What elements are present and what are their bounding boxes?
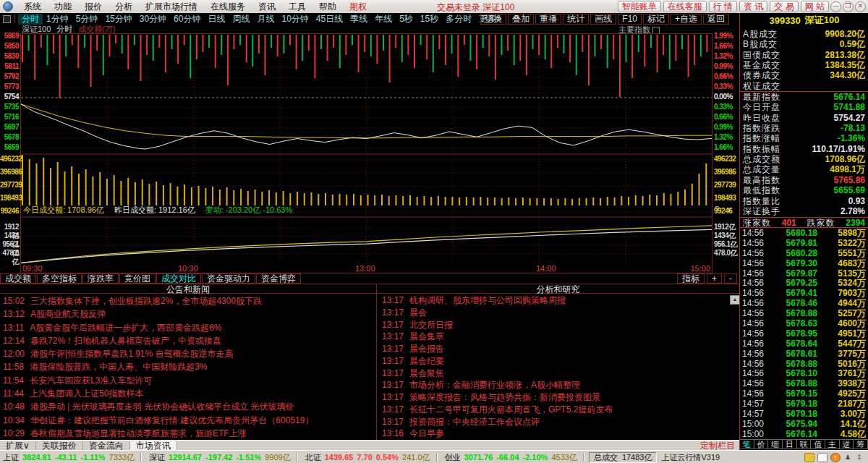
indicator-button[interactable]: 指标 [677, 273, 705, 284]
news-item[interactable]: 13:17长征十二号甲可复用火箭本周首飞，GPT5.2提前发布 [382, 404, 732, 416]
menu-item[interactable]: 工具 [282, 1, 312, 12]
indicator-tab[interactable]: 成交对比 [156, 273, 201, 284]
login-status[interactable]: 交易未登录 深证100 [437, 1, 514, 14]
period-tab[interactable]: 季线 [346, 14, 371, 25]
scroll-up-icon[interactable]: ▲ [730, 295, 740, 305]
news-item[interactable]: 13:17市场分析：金融消费行业领涨，A股小幅整理 [382, 379, 732, 391]
chart-tool-button[interactable]: 切换 [480, 14, 506, 25]
chart-tool-button[interactable]: +自选 [671, 14, 702, 25]
menu-quick-button[interactable]: 在线客服 [663, 1, 707, 12]
news-item[interactable]: 10:29春秋假期及雪场游显著拉动淡季航旅需求，旅游ETF上涨 [3, 427, 375, 440]
menu-item[interactable]: 分析 [109, 1, 139, 12]
period-tab[interactable]: 45日线 [312, 14, 346, 25]
period-tab[interactable]: 5秒 [396, 14, 417, 25]
period-tab[interactable]: 15分钟 [101, 14, 135, 25]
quote-tab[interactable]: 细 [768, 439, 783, 449]
layout-icon[interactable] [3, 15, 11, 23]
menu-item[interactable]: 报价 [78, 1, 109, 12]
chart-tool-button[interactable]: F10 [618, 14, 642, 25]
chart-tool-button[interactable]: 画线 [590, 14, 616, 25]
panel-icon[interactable] [817, 453, 827, 462]
news-item[interactable]: 11:44上汽集团调入上证50指数样本 [3, 387, 375, 400]
chart-tool-button[interactable]: 叠加 [508, 14, 534, 25]
news-item[interactable]: 10:48港股异动 | 光伏玻璃再度走弱 光伏协会确认收储平台成立 光伏玻璃价 [3, 400, 375, 413]
zoom-out-button[interactable]: - [724, 273, 737, 284]
menu-item-options[interactable]: 期权 [343, 1, 373, 13]
index-quote[interactable]: 创业 3071.76 -66.04 -2.10% 4533亿 [442, 452, 589, 463]
period-tab[interactable]: 1分钟 [43, 14, 72, 25]
news-item[interactable]: 13:17北交所日报 [382, 319, 732, 331]
indicator-tab[interactable]: 涨跌率 [82, 273, 119, 284]
period-tab[interactable]: 5分钟 [72, 14, 102, 25]
news-item[interactable]: 10:34华创证券：建议把握节前白酒修复行情 建议优先布局贵州茅台（600519… [3, 414, 375, 427]
news-item[interactable]: 13:16今日早参 [382, 428, 732, 440]
info-tab[interactable]: 关联报价 [36, 441, 83, 451]
period-tab[interactable]: 月线 [253, 14, 278, 25]
tick-list[interactable]: 14:565680.185898万14:565679.815322万14:565… [740, 229, 868, 440]
news-item[interactable]: 11:54长安汽车回应获L3准入车型许可 [3, 374, 375, 387]
quote-tab[interactable]: 逆 [840, 439, 854, 449]
zoom-in-button[interactable]: + [707, 273, 722, 284]
chart-tool-button[interactable]: 返回 [703, 14, 729, 25]
menu-quick-button[interactable]: 智能账单 [618, 1, 661, 12]
news-item[interactable]: 13:17晨会报告 [382, 343, 732, 355]
period-tab[interactable]: 分时 [18, 14, 43, 25]
news-item[interactable]: 12:14暴跌72%！扫地机器人鼻祖宣告破产，中资或接盘 [3, 334, 375, 347]
index-quote[interactable]: 北证 1439.65 7.70 0.54% 241.0亿 [302, 452, 442, 463]
period-tab[interactable]: 30分钟 [136, 14, 170, 25]
chart-tool-button[interactable]: 标记 [643, 14, 669, 25]
menu-quick-button[interactable]: 网 站 [801, 1, 829, 12]
period-tab[interactable]: 10分钟 [278, 14, 312, 25]
quote-tab[interactable]: 日 [783, 439, 797, 449]
news-item[interactable]: 13:17机构调研、股东增持与公司回购策略周报 [382, 294, 732, 307]
period-tab[interactable]: 15秒 [417, 14, 442, 25]
index-quote[interactable]: 深证 12914.67 -197.42 -1.51% 9909亿 [146, 452, 302, 463]
index-menu-icon[interactable] [652, 27, 660, 34]
menu-item[interactable]: 系统 [17, 1, 48, 12]
info-tab[interactable]: 市场资讯 [130, 441, 177, 451]
news-item[interactable]: 13:17策略深度报告：风格与趋势共振：新消费投资图景 [382, 391, 732, 404]
news-item[interactable]: 11:58港股保险股普跌，中国人寿、中国财险跌超3% [3, 360, 375, 373]
news-item[interactable]: 13:17晨会聚焦 [382, 368, 732, 380]
menu-item[interactable]: 功能 [48, 1, 78, 12]
indicator-tab[interactable]: 成交额 [0, 273, 36, 284]
indicator-tab[interactable]: 资金博弈 [256, 273, 301, 284]
info-tab[interactable]: 扩展∨ [0, 441, 36, 451]
close-button[interactable]: ✕ [855, 1, 866, 12]
tool-icon[interactable]: ♟ [843, 454, 852, 462]
info-tab[interactable]: 资金流向 [83, 441, 130, 451]
quote-tab[interactable]: 筹 [854, 439, 868, 449]
news-item[interactable]: 13:12A股商业航天股反弹 [3, 307, 375, 320]
chart-tool-button[interactable]: 重播 [535, 14, 561, 25]
chart-tool-button[interactable]: 统计 [563, 14, 589, 25]
news-item[interactable]: 13:11A股黄金股午后跌幅进一步扩大，西部黄金跌超6% [3, 321, 375, 334]
message-icon[interactable] [804, 453, 814, 462]
intraday-plot[interactable]: 09:30 10:30 13:00 14:00 15:00 [20, 33, 712, 273]
indicator-tab[interactable]: 多空指标 [37, 273, 82, 284]
menu-item[interactable]: 在线服务 [204, 1, 252, 12]
indicator-tab[interactable]: 资金驱动力 [202, 273, 255, 284]
menu-quick-button[interactable]: 行 情 [709, 1, 737, 12]
quote-tab[interactable]: 笔 [740, 439, 754, 449]
pin-icon[interactable]: ‡ [855, 454, 864, 462]
news-item[interactable]: 13:17晨会集萃 [382, 331, 732, 343]
news-item[interactable]: 13:17晨会 [382, 307, 732, 319]
news-item[interactable]: 15:02三大指数集体下挫，创业板指跌逾2%，全市场超4300股下跌 [3, 294, 375, 307]
news-item[interactable]: 12:00港股午评|恒生指数早盘跌1.91% 自驾概念股逆市走高 [3, 347, 375, 360]
indicator-tab[interactable]: 竞价图 [119, 273, 156, 284]
menu-item[interactable]: 帮助 [312, 1, 343, 12]
period-tab[interactable]: 60分钟 [170, 14, 204, 25]
menu-item[interactable]: 资讯 [252, 1, 282, 12]
menu-quick-button[interactable]: 交 易 [770, 1, 798, 12]
help-close-icons[interactable]: ? × [715, 205, 735, 213]
quote-tab[interactable]: 值 [811, 439, 825, 449]
scroll-top-icon[interactable]: ↑ [830, 453, 841, 462]
menu-quick-button[interactable]: 资 讯 [739, 1, 767, 12]
news-item[interactable]: 13:17投资简报：中央经济工作会议点评 [382, 416, 732, 428]
period-tab[interactable]: 周线 [229, 14, 253, 25]
quote-tab[interactable]: 联 [797, 439, 812, 449]
period-tab[interactable]: 年线 [371, 14, 396, 25]
index-quote[interactable]: 上证 3824.81 -43.11 -1.11% 7333亿 [0, 452, 146, 463]
quote-tab[interactable]: 价 [754, 439, 769, 449]
period-tab[interactable]: 日线 [204, 14, 229, 25]
